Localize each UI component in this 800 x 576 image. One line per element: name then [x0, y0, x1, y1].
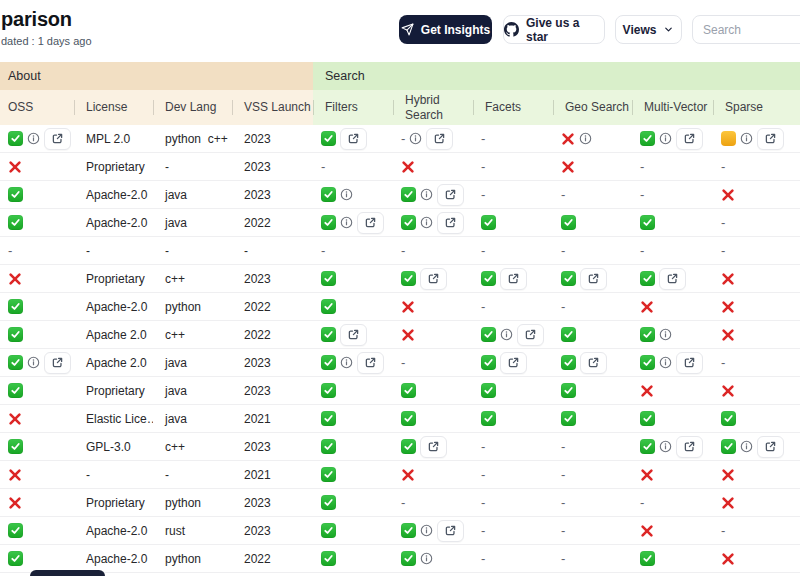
info-icon[interactable]	[409, 132, 422, 145]
cell-text: Proprietary	[86, 384, 145, 398]
check-icon	[561, 383, 576, 398]
external-link-button[interactable]	[659, 268, 686, 290]
check-icon	[321, 411, 336, 426]
cell-geo-search: -	[553, 293, 632, 320]
info-icon[interactable]	[420, 188, 433, 201]
dash: -	[561, 300, 565, 313]
external-link-button[interactable]	[517, 324, 544, 346]
external-link-button[interactable]	[500, 352, 527, 374]
cell-filters	[313, 517, 393, 544]
cell-sparse	[713, 265, 800, 292]
cross-icon	[401, 328, 415, 342]
info-icon[interactable]	[420, 216, 433, 229]
info-icon[interactable]	[340, 356, 353, 369]
info-icon[interactable]	[420, 524, 433, 537]
info-icon[interactable]	[659, 356, 672, 369]
info-icon[interactable]	[27, 356, 40, 369]
external-link-button[interactable]	[676, 128, 703, 150]
external-link-button[interactable]	[437, 212, 464, 234]
get-insights-button[interactable]: Get Insights	[399, 15, 492, 44]
cell-multi-vector	[632, 349, 713, 376]
dash: -	[640, 496, 644, 509]
cell-vss-launch: 2022	[232, 209, 313, 236]
give-star-button[interactable]: Give us a star	[503, 15, 605, 44]
cell-multi-vector	[632, 377, 713, 404]
table-row: Proprietaryjava2023	[0, 377, 800, 405]
cell-hybrid-search	[393, 405, 473, 432]
external-link-button[interactable]	[44, 128, 71, 150]
cell-dev-lang: python	[153, 489, 232, 516]
cell-geo-search: -	[553, 517, 632, 544]
page-title: parison	[1, 8, 72, 31]
cell-geo-search	[553, 265, 632, 292]
cross-icon	[401, 160, 415, 174]
check-icon	[721, 411, 736, 426]
cell-facets: -	[473, 181, 553, 208]
views-dropdown[interactable]: Views	[615, 15, 682, 44]
cell-facets: -	[473, 461, 553, 488]
external-link-button[interactable]	[580, 268, 607, 290]
info-icon[interactable]	[659, 132, 672, 145]
info-icon[interactable]	[579, 132, 592, 145]
cell-filters	[313, 405, 393, 432]
info-icon[interactable]	[740, 132, 753, 145]
cell-facets	[473, 349, 553, 376]
cell-license: Proprietary	[74, 265, 153, 292]
external-link-button[interactable]	[437, 184, 464, 206]
cell-text: GPL-3.0	[86, 440, 131, 454]
external-link-button[interactable]	[44, 352, 71, 374]
cell-dev-lang: rust	[153, 517, 232, 544]
cell-sparse	[713, 461, 800, 488]
cell-oss	[0, 517, 74, 544]
dash: -	[561, 440, 565, 453]
check-icon	[401, 271, 416, 286]
info-icon[interactable]	[340, 188, 353, 201]
external-link-button[interactable]	[357, 212, 384, 234]
external-link-button[interactable]	[420, 436, 447, 458]
dash: -	[721, 160, 725, 173]
cell-oss	[0, 125, 74, 152]
external-link-button[interactable]	[437, 520, 464, 542]
external-link-button[interactable]	[340, 324, 367, 346]
check-icon	[321, 551, 336, 566]
dash: -	[401, 244, 405, 257]
search-input[interactable]	[703, 23, 800, 37]
dash: -	[481, 468, 485, 481]
external-link-button[interactable]	[357, 352, 384, 374]
cell-geo-search: -	[553, 181, 632, 208]
cell-text: Apache 2.0	[86, 356, 147, 370]
external-link-button[interactable]	[676, 352, 703, 374]
external-link-button[interactable]	[500, 268, 527, 290]
cell-sparse: -	[713, 349, 800, 376]
cell-dev-lang: c++	[153, 265, 232, 292]
info-icon[interactable]	[340, 216, 353, 229]
cell-filters: -	[313, 153, 393, 180]
info-icon[interactable]	[500, 328, 513, 341]
cell-facets	[473, 321, 553, 348]
cell-text: java	[165, 356, 187, 370]
info-icon[interactable]	[659, 440, 672, 453]
external-link-button[interactable]	[757, 436, 784, 458]
external-link-button[interactable]	[340, 128, 367, 150]
cell-license: GPL-3.0	[74, 433, 153, 460]
dash: -	[321, 160, 325, 173]
cell-dev-lang: java	[153, 181, 232, 208]
external-link-button[interactable]	[676, 436, 703, 458]
bottom-partial-element	[30, 570, 105, 576]
cell-dev-lang: -	[153, 237, 232, 264]
check-icon	[640, 411, 655, 426]
check-icon	[561, 355, 576, 370]
info-icon[interactable]	[659, 328, 672, 341]
external-link-button[interactable]	[426, 128, 453, 150]
info-icon[interactable]	[740, 440, 753, 453]
external-link-button[interactable]	[757, 128, 784, 150]
info-icon[interactable]	[420, 552, 433, 565]
cell-text: Proprietary	[86, 272, 145, 286]
cell-oss	[0, 265, 74, 292]
cell-filters	[313, 265, 393, 292]
info-icon[interactable]	[27, 132, 40, 145]
external-link-button[interactable]	[420, 268, 447, 290]
cell-hybrid-search	[393, 461, 473, 488]
external-link-button[interactable]	[580, 352, 607, 374]
check-icon	[321, 355, 336, 370]
